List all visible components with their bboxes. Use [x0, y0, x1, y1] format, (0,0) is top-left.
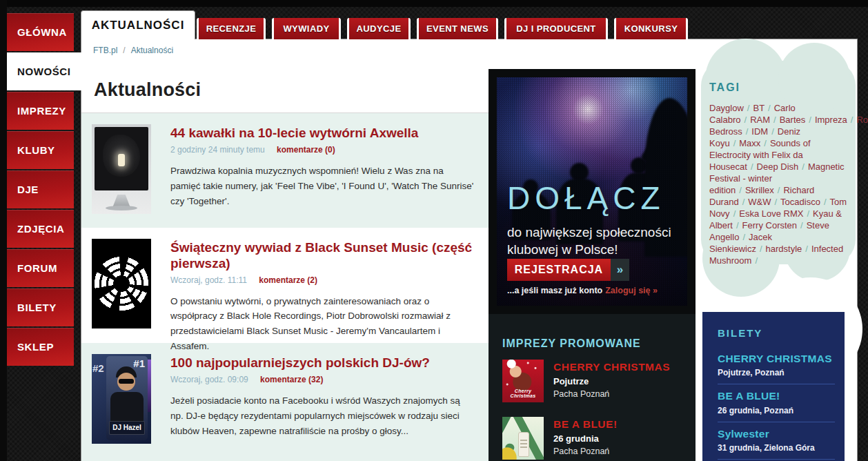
article-row: #2 #1 DJ Hazel 100 najpopularniejszych p… — [81, 343, 489, 461]
login-prefix: ...a jeśli masz już konto — [507, 286, 602, 295]
tags-list: Dayglow/BT/Carlo Calabro/RAM/Bartes/Impr… — [709, 102, 850, 266]
ticket-info: 26 grudnia, Poznań — [718, 406, 835, 415]
tag-separator: / — [742, 232, 745, 242]
article-comments-link[interactable]: komentarze (2) — [259, 275, 317, 285]
login-link[interactable]: Zaloguj się » — [605, 286, 658, 295]
tag-separator: / — [733, 208, 736, 219]
event-thumbnail[interactable] — [502, 417, 544, 460]
promoted-events: IMPREZY PROMOWANE Cherry Christmas CHERR… — [489, 314, 696, 461]
tag-separator: / — [802, 161, 805, 172]
sidebar-item-sklep[interactable]: SKLEP — [7, 328, 74, 366]
tag-separator: / — [746, 126, 749, 137]
ticket-item: BE A BLUE!26 grudnia, Poznań — [718, 384, 835, 421]
tag-link[interactable]: Eska Love RMX — [739, 208, 803, 219]
event-title-link[interactable]: BE A BLUE! — [553, 418, 618, 431]
sidebar-item-forum[interactable]: FORUM — [7, 249, 74, 287]
tab-audycje[interactable]: AUDYCJE — [347, 18, 411, 39]
ticket-title-link[interactable]: BE A BLUE! — [718, 389, 835, 402]
article-time: Wczoraj, godz. 11:11 — [170, 275, 247, 285]
event-title-link[interactable]: CHERRY CHRISTMAS — [553, 361, 670, 373]
tag-link[interactable]: Bartes — [780, 115, 806, 125]
tag-separator: / — [807, 208, 809, 219]
abstract-circle-art — [92, 239, 151, 328]
tag-link[interactable]: Maxx — [739, 138, 760, 148]
page: GŁÓWNANOWOŚCIIMPREZYKLUBYDJEZDJĘCIAFORUM… — [0, 0, 868, 461]
article-meta: 2 godziny 24 minuty temu komentarze (0) — [170, 145, 475, 155]
sidebar-item-zdj-cia[interactable]: ZDJĘCIA — [7, 210, 74, 248]
sidebar-item-g-wna[interactable]: GŁÓWNA — [7, 13, 74, 51]
breadcrumb-separator: / — [123, 46, 125, 55]
tickets-panel: BILETY CHERRY CHRISTMASPojutrze, PoznańB… — [702, 312, 845, 461]
article-thumbnail[interactable]: #2 #1 DJ Hazel — [92, 354, 151, 444]
tag-link[interactable]: W&W — [748, 197, 771, 207]
sidebar-item-dje[interactable]: DJE — [7, 170, 74, 208]
sidebar-item-imprezy[interactable]: IMPREZY — [7, 92, 74, 130]
article-thumbnail[interactable] — [92, 239, 151, 328]
tag-link[interactable]: Impreza — [815, 115, 847, 125]
article-title[interactable]: Świąteczny wywiad z Black Sunset Music (… — [170, 240, 475, 272]
tag-link[interactable]: Ferry Corsten — [742, 220, 797, 230]
article-comments-link[interactable]: komentarze (32) — [260, 375, 323, 384]
tag-separator: / — [805, 244, 808, 254]
tag-separator: / — [764, 138, 767, 148]
sidebar-nav: GŁÓWNANOWOŚCIIMPREZYKLUBYDJEZDJĘCIAFORUM… — [7, 13, 74, 367]
dj-sunglasses — [119, 379, 134, 384]
tab-aktualno-ci[interactable]: AKTUALNOŚCI — [81, 10, 195, 39]
tab-bar: AKTUALNOŚCIRECENZJEWYWIADYAUDYCJEEVENT N… — [81, 10, 694, 39]
sidebar-item-kluby[interactable]: KLUBY — [7, 131, 74, 169]
article-body: 44 kawałki na 10-lecie wytwórni Axwella … — [170, 124, 475, 228]
tab-recenzje[interactable]: RECENZJE — [197, 18, 266, 39]
breadcrumb-root-link[interactable]: FTB.pl — [93, 46, 117, 55]
article-body: 100 najpopularniejszych polskich DJ-ów? … — [170, 354, 475, 461]
dj-rank1-label: #1 — [133, 357, 145, 369]
crowd-silhouette — [570, 163, 589, 182]
event-info: BE A BLUE! 26 grudnia Pacha Poznań — [553, 417, 618, 460]
tickets-list: CHERRY CHRISTMASPojutrze, PoznańBE A BLU… — [718, 347, 835, 461]
tab-konkursy[interactable]: KONKURSY — [614, 18, 688, 39]
tag-separator: / — [744, 115, 747, 125]
tags-heading: TAGI — [709, 81, 850, 94]
registration-button[interactable]: REJESTRACJA — [507, 259, 611, 281]
article-title[interactable]: 100 najpopularniejszych polskich DJ-ów? — [170, 355, 475, 371]
news-list: Aktualności 44 kawałki na 10-lecie wytwó… — [81, 39, 489, 461]
tag-separator: / — [800, 220, 803, 230]
ticket-item: CHERRY CHRISTMASPojutrze, Poznań — [718, 347, 835, 384]
tag-separator: / — [771, 126, 774, 137]
tag-link[interactable]: RAM — [750, 115, 770, 125]
article-row: Świąteczny wywiad z Black Sunset Music (… — [81, 228, 489, 343]
tab-event-news[interactable]: EVENT NEWS — [417, 18, 498, 39]
dj-torso — [110, 392, 144, 422]
tab-dj-i-producent[interactable]: DJ I PRODUCENT — [504, 18, 608, 39]
chevron-right-icon[interactable]: » — [611, 259, 629, 281]
article-thumbnail[interactable] — [92, 124, 151, 214]
tag-link[interactable]: Skrillex — [745, 185, 774, 195]
tab-wywiady[interactable]: WYWIADY — [272, 18, 341, 39]
event-thumbnail[interactable]: Cherry Christmas — [502, 360, 544, 402]
tag-link[interactable]: IDM — [751, 126, 768, 137]
tag-separator: / — [760, 244, 762, 254]
tag-link[interactable]: hardstyle — [766, 244, 802, 254]
tag-link[interactable]: Tocadisco — [780, 197, 820, 207]
dj-name-label: DJ Hazel — [109, 421, 145, 435]
event-date: Pojutrze — [553, 376, 670, 386]
tag-separator: / — [773, 115, 776, 125]
article-comments-link[interactable]: komentarze (0) — [277, 145, 335, 155]
sidebar-item-nowo-ci[interactable]: NOWOŚCI — [7, 52, 91, 90]
ticket-info: Pojutrze, Poznań — [718, 368, 835, 377]
tag-link[interactable]: Dayglow — [709, 103, 744, 113]
ticket-title-link[interactable]: CHERRY CHRISTMAS — [718, 352, 835, 365]
tag-link[interactable]: BT — [753, 103, 765, 113]
registration-banner: DOŁĄCZ do największej społeczności klubo… — [489, 69, 696, 314]
ticket-title-link[interactable]: Sylwester — [718, 427, 835, 440]
tag-link[interactable]: Deep Dish — [757, 161, 799, 172]
bottle-graphic — [518, 432, 529, 457]
sidebar-item-bilety[interactable]: BILETY — [7, 288, 74, 326]
article-excerpt: Prawdziwa kopalnia muzycznych wspomnień!… — [170, 164, 475, 209]
event-info: CHERRY CHRISTMAS Pojutrze Pacha Poznań — [553, 360, 670, 402]
tag-separator: / — [747, 103, 750, 113]
tags-section: TAGI Dayglow/BT/Carlo Calabro/RAM/Bartes… — [709, 81, 850, 266]
login-line: ...a jeśli masz już kontoZaloguj się » — [507, 286, 680, 295]
article-body: Świąteczny wywiad z Black Sunset Music (… — [170, 239, 475, 343]
ticket-item: Sylwester31 grudnia, Zielona Góra — [718, 422, 835, 459]
article-title[interactable]: 44 kawałki na 10-lecie wytwórni Axwella — [170, 126, 475, 141]
